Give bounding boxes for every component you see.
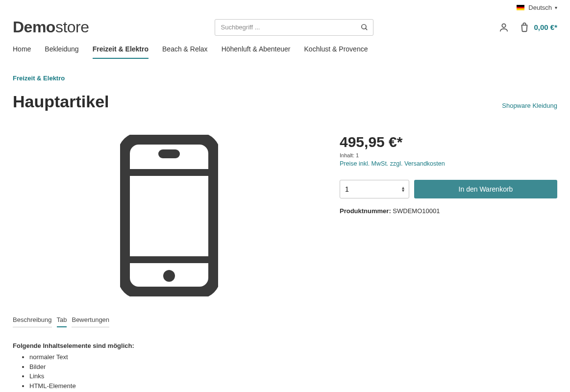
svg-line-1: [366, 28, 367, 30]
page-title: Hauptartikel: [13, 92, 109, 111]
svg-rect-6: [158, 149, 180, 158]
list-item: Links: [29, 371, 557, 381]
list-item: normaler Text: [29, 352, 557, 362]
language-label: Deutsch: [528, 4, 552, 11]
content-label: Inhalt:: [340, 152, 354, 158]
product-tabs: Beschreibung Tab Bewertungen: [13, 316, 557, 327]
logo-bold: Demo: [13, 18, 55, 36]
svg-rect-4: [130, 169, 208, 176]
product-image-phone-icon: [120, 135, 218, 296]
brand-link[interactable]: Shopware Kleidung: [502, 102, 557, 111]
list-item: Bilder: [29, 362, 557, 372]
search-input[interactable]: [215, 19, 373, 36]
tab-beschreibung[interactable]: Beschreibung: [13, 316, 52, 327]
quantity-select[interactable]: 1: [340, 180, 409, 198]
tab-bewertungen[interactable]: Bewertungen: [72, 316, 109, 327]
svg-rect-3: [124, 139, 214, 293]
sku-label: Produktnummer:: [340, 207, 391, 215]
search-box: [215, 19, 373, 36]
cart-icon: [519, 22, 530, 33]
cart-button[interactable]: 0,00 €*: [519, 22, 557, 33]
tab-content: Folgende Inhaltselemente sind möglich: n…: [13, 327, 557, 391]
language-selector[interactable]: Deutsch ▾: [517, 4, 557, 11]
main-nav: Home Bekleidung Freizeit & Elektro Beach…: [0, 41, 570, 59]
content-info: Inhalt: 1: [340, 152, 557, 158]
svg-point-7: [163, 270, 175, 282]
quantity-select-wrap: 1 ▴▾: [340, 180, 409, 198]
breadcrumb-link[interactable]: Freizeit & Elektro: [13, 74, 65, 82]
logo-light: store: [55, 18, 89, 36]
svg-point-2: [502, 24, 506, 27]
svg-point-0: [362, 24, 366, 29]
svg-rect-5: [130, 256, 208, 263]
list-item: HTML-Elemente: [29, 381, 557, 391]
account-button[interactable]: [498, 22, 509, 33]
add-to-cart-button[interactable]: In den Warenkorb: [414, 180, 557, 198]
user-icon: [498, 22, 509, 33]
search-button[interactable]: [359, 22, 371, 33]
nav-item-home[interactable]: Home: [13, 45, 31, 59]
product-gallery: [13, 131, 325, 296]
product-price: 495,95 €*: [340, 134, 557, 150]
caret-down-icon: ▾: [555, 5, 557, 10]
search-icon: [360, 23, 369, 31]
sku: Produktnummer: SWDEMO10001: [340, 207, 557, 215]
content-value: 1: [356, 152, 359, 158]
tax-info-link[interactable]: Preise inkl. MwSt. zzgl. Versandkosten: [340, 160, 557, 167]
flag-de-icon: [517, 5, 524, 10]
nav-item-beach-relax[interactable]: Beach & Relax: [162, 45, 208, 59]
nav-item-bekleidung[interactable]: Bekleidung: [45, 45, 78, 59]
sku-value: SWDEMO10001: [393, 207, 440, 215]
cart-total: 0,00 €*: [534, 23, 557, 31]
nav-item-freizeit-elektro[interactable]: Freizeit & Elektro: [93, 45, 149, 59]
logo[interactable]: Demostore: [13, 18, 89, 36]
breadcrumb: Freizeit & Elektro: [0, 59, 570, 86]
nav-item-hoehenluft-abenteuer[interactable]: Höhenluft & Abenteuer: [222, 45, 291, 59]
tab-tab[interactable]: Tab: [57, 316, 67, 327]
nav-item-kochlust-provence[interactable]: Kochlust & Provence: [304, 45, 368, 59]
tab-content-intro: Folgende Inhaltselemente sind möglich:: [13, 342, 557, 349]
